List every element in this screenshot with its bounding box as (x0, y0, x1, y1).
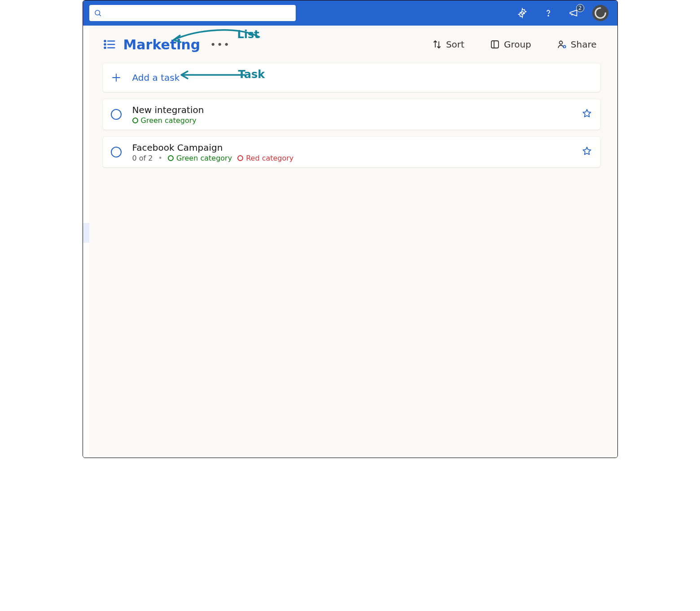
task-progress: 0 of 2 (132, 154, 153, 162)
svg-rect-10 (491, 41, 499, 48)
task-title: New integration (132, 105, 582, 115)
notification-badge: 2 (576, 4, 584, 12)
task-meta: 0 of 2 • Green categoryRed category (132, 154, 582, 162)
star-button[interactable] (582, 146, 592, 158)
category-label: Green category (141, 116, 197, 125)
svg-line-1 (99, 14, 101, 16)
account-button[interactable] (590, 2, 611, 24)
avatar-spinner-icon (594, 6, 607, 20)
main-content: Marketing ••• Sort Group (89, 26, 617, 458)
left-nav-strip (83, 26, 89, 458)
svg-point-2 (521, 12, 524, 14)
avatar (592, 5, 608, 21)
task-title: Facebook Campaign (132, 142, 582, 153)
sort-label: Sort (446, 39, 464, 50)
svg-point-3 (548, 15, 549, 16)
category-label: Green category (176, 154, 232, 162)
svg-point-12 (559, 41, 562, 44)
task-body: Facebook Campaign0 of 2 • Green category… (132, 142, 582, 162)
add-task-placeholder: Add a task (132, 72, 180, 83)
task-checkbox[interactable] (111, 109, 122, 120)
category-dot-icon (132, 118, 138, 123)
tasks-list: New integrationGreen categoryFacebook Ca… (103, 99, 600, 167)
svg-point-8 (104, 44, 105, 45)
svg-point-9 (104, 47, 105, 48)
active-nav-indicator (83, 223, 89, 243)
sort-button[interactable]: Sort (428, 36, 468, 52)
add-task-input[interactable]: Add a task (103, 63, 600, 92)
list-more-button[interactable]: ••• (207, 39, 233, 50)
category-dot-icon (168, 155, 174, 161)
task-checkbox[interactable] (111, 147, 122, 157)
task-meta: Green category (132, 116, 582, 125)
group-button[interactable]: Group (486, 36, 535, 52)
category-tag: Green category (132, 116, 197, 125)
star-button[interactable] (582, 108, 592, 121)
list-icon (103, 38, 116, 51)
plus-icon (111, 72, 122, 83)
group-icon (490, 39, 500, 50)
task-body: New integrationGreen category (132, 105, 582, 125)
svg-point-0 (95, 10, 100, 15)
settings-button[interactable] (512, 2, 533, 24)
announcements-button[interactable]: 2 (564, 2, 585, 24)
group-label: Group (504, 39, 531, 50)
category-tag: Red category (237, 154, 293, 162)
list-header: Marketing ••• Sort Group (103, 36, 600, 52)
app-header: 2 (83, 0, 617, 26)
category-label: Red category (246, 154, 293, 162)
gear-icon (517, 8, 528, 18)
list-title[interactable]: Marketing (123, 37, 201, 52)
app-window: 2 Marketing ••• (83, 0, 618, 458)
sort-icon (432, 39, 442, 50)
category-dot-icon (237, 155, 243, 161)
category-tag: Green category (168, 154, 232, 162)
meta-separator: • (158, 154, 162, 162)
share-icon (556, 39, 567, 50)
search-box[interactable] (89, 5, 296, 21)
svg-point-7 (104, 40, 105, 42)
task-row[interactable]: New integrationGreen category (103, 99, 600, 130)
star-icon (582, 146, 592, 157)
star-icon (582, 108, 592, 119)
share-button[interactable]: Share (553, 36, 600, 52)
share-label: Share (571, 39, 597, 50)
help-button[interactable] (538, 2, 559, 24)
help-icon (543, 8, 554, 18)
search-input[interactable] (102, 9, 291, 17)
search-icon (94, 9, 102, 17)
task-row[interactable]: Facebook Campaign0 of 2 • Green category… (103, 137, 600, 167)
